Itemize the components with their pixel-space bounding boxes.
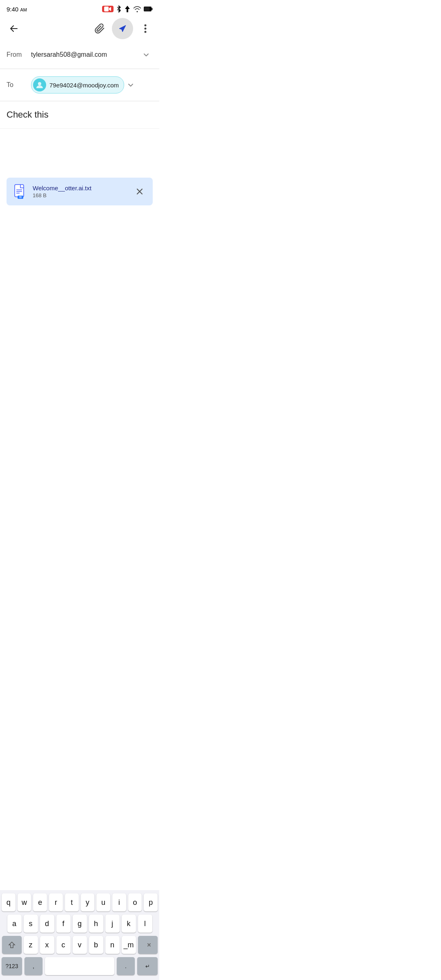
signal-icon xyxy=(124,6,131,12)
toolbar xyxy=(0,16,159,41)
status-time: 9:40 AM xyxy=(7,6,27,13)
from-chevron[interactable] xyxy=(140,48,153,61)
recording-icon xyxy=(102,6,114,12)
more-options-button[interactable] xyxy=(136,20,154,38)
status-bar: 9:40 AM xyxy=(0,0,159,16)
attachment-info: Welcome__otter.ai.txt 168 B xyxy=(13,184,91,199)
attach-button[interactable] xyxy=(91,20,109,38)
svg-point-8 xyxy=(145,24,147,27)
svg-marker-3 xyxy=(125,6,130,12)
svg-rect-16 xyxy=(18,196,23,199)
attachment-card: Welcome__otter.ai.txt 168 B xyxy=(7,178,153,205)
to-label: To xyxy=(7,81,31,89)
attachment-file-icon xyxy=(13,184,28,199)
svg-rect-0 xyxy=(104,7,109,11)
back-button[interactable] xyxy=(5,20,23,38)
body-area[interactable] xyxy=(0,129,159,178)
attachment-remove-button[interactable] xyxy=(133,185,146,198)
to-field: To 79e94024@moodjoy.com xyxy=(0,69,159,101)
send-button[interactable] xyxy=(112,18,133,39)
battery-icon xyxy=(144,7,153,11)
from-field: From tylersarah508@gmail.com xyxy=(0,41,159,69)
email-form: From tylersarah508@gmail.com To 79e94024… xyxy=(0,41,159,178)
avatar xyxy=(33,78,46,91)
attachment-container: Welcome__otter.ai.txt 168 B xyxy=(0,178,159,212)
recipient-chip[interactable]: 79e94024@moodjoy.com xyxy=(31,76,124,94)
svg-rect-6 xyxy=(145,7,150,11)
attachment-filename: Welcome__otter.ai.txt xyxy=(33,185,91,192)
attachment-details: Welcome__otter.ai.txt 168 B xyxy=(33,185,91,198)
from-value[interactable]: tylersarah508@gmail.com xyxy=(31,51,140,58)
subject-field[interactable]: Check this xyxy=(0,101,159,129)
svg-point-10 xyxy=(145,31,147,33)
to-chevron[interactable] xyxy=(124,78,137,91)
svg-rect-5 xyxy=(151,8,153,10)
from-label: From xyxy=(7,51,31,58)
svg-point-11 xyxy=(38,82,41,85)
attachment-size: 168 B xyxy=(33,192,91,198)
bluetooth-icon xyxy=(116,5,122,13)
subject-value: Check this xyxy=(7,109,153,120)
recipient-email: 79e94024@moodjoy.com xyxy=(49,82,119,89)
status-icons xyxy=(102,5,153,13)
svg-point-9 xyxy=(145,28,147,30)
wifi-icon xyxy=(133,6,141,12)
svg-rect-12 xyxy=(15,185,24,197)
